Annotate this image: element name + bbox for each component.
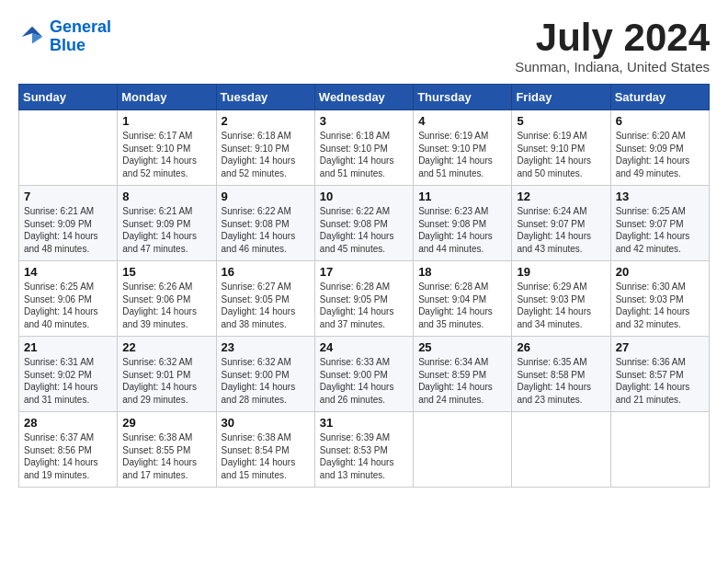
location-text: Sunman, Indiana, United States <box>515 59 710 75</box>
calendar-cell: 30 Sunrise: 6:38 AM Sunset: 8:54 PM Dayl… <box>216 412 314 488</box>
sunrise-text: Sunrise: 6:22 AM <box>320 206 390 216</box>
calendar-cell: 19 Sunrise: 6:29 AM Sunset: 9:03 PM Dayl… <box>512 261 610 337</box>
day-info: Sunrise: 6:28 AM Sunset: 9:04 PM Dayligh… <box>418 281 506 330</box>
daylight-text: Daylight: 14 hours and 52 minutes. <box>222 155 296 178</box>
sunrise-text: Sunrise: 6:38 AM <box>222 432 291 442</box>
calendar-cell: 1 Sunrise: 6:17 AM Sunset: 9:10 PM Dayli… <box>118 110 216 186</box>
day-info: Sunrise: 6:28 AM Sunset: 9:05 PM Dayligh… <box>320 281 408 330</box>
daylight-text: Daylight: 14 hours and 15 minutes. <box>222 457 296 480</box>
sunrise-text: Sunrise: 6:21 AM <box>24 206 94 216</box>
day-number: 23 <box>222 340 310 354</box>
sunset-text: Sunset: 9:09 PM <box>24 219 92 229</box>
sunrise-text: Sunrise: 6:18 AM <box>320 131 390 141</box>
daylight-text: Daylight: 14 hours and 50 minutes. <box>517 155 591 178</box>
calendar-cell: 3 Sunrise: 6:18 AM Sunset: 9:10 PM Dayli… <box>314 110 413 186</box>
day-number: 4 <box>418 114 506 128</box>
calendar-cell: 22 Sunrise: 6:32 AM Sunset: 9:01 PM Dayl… <box>118 337 216 412</box>
day-info: Sunrise: 6:19 AM Sunset: 9:10 PM Dayligh… <box>517 130 605 179</box>
sunrise-text: Sunrise: 6:26 AM <box>122 282 192 292</box>
day-number: 6 <box>616 114 704 128</box>
sunset-text: Sunset: 9:07 PM <box>616 219 684 229</box>
sunrise-text: Sunrise: 6:30 AM <box>616 282 686 292</box>
sunset-text: Sunset: 9:10 PM <box>320 144 388 154</box>
sunset-text: Sunset: 9:03 PM <box>517 294 585 304</box>
day-info: Sunrise: 6:23 AM Sunset: 9:08 PM Dayligh… <box>418 205 506 255</box>
daylight-text: Daylight: 14 hours and 51 minutes. <box>418 155 493 178</box>
day-number: 10 <box>320 190 408 203</box>
daylight-text: Daylight: 14 hours and 51 minutes. <box>320 155 394 178</box>
sunset-text: Sunset: 9:10 PM <box>222 144 290 154</box>
calendar-cell <box>512 412 610 488</box>
sunset-text: Sunset: 9:08 PM <box>320 219 388 229</box>
sunset-text: Sunset: 9:06 PM <box>122 294 190 304</box>
daylight-text: Daylight: 14 hours and 43 minutes. <box>517 231 591 254</box>
sunrise-text: Sunrise: 6:28 AM <box>320 282 390 292</box>
calendar-cell: 31 Sunrise: 6:39 AM Sunset: 8:53 PM Dayl… <box>314 412 413 488</box>
calendar-cell: 18 Sunrise: 6:28 AM Sunset: 9:04 PM Dayl… <box>414 261 512 337</box>
day-info: Sunrise: 6:34 AM Sunset: 8:59 PM Dayligh… <box>418 356 506 406</box>
calendar-week-row: 7 Sunrise: 6:21 AM Sunset: 9:09 PM Dayli… <box>19 186 710 261</box>
sunset-text: Sunset: 8:53 PM <box>320 445 388 455</box>
day-info: Sunrise: 6:24 AM Sunset: 9:07 PM Dayligh… <box>517 205 605 255</box>
sunset-text: Sunset: 9:09 PM <box>616 144 684 154</box>
daylight-text: Daylight: 14 hours and 24 minutes. <box>418 382 493 405</box>
day-number: 30 <box>222 416 310 430</box>
day-info: Sunrise: 6:19 AM Sunset: 9:10 PM Dayligh… <box>418 130 506 179</box>
sunset-text: Sunset: 9:05 PM <box>320 294 388 304</box>
day-number: 11 <box>418 190 506 203</box>
sunrise-text: Sunrise: 6:21 AM <box>122 206 192 216</box>
month-title: July 2024 <box>515 18 710 57</box>
daylight-text: Daylight: 14 hours and 42 minutes. <box>616 231 690 254</box>
day-info: Sunrise: 6:35 AM Sunset: 8:58 PM Dayligh… <box>517 356 605 406</box>
sunset-text: Sunset: 8:55 PM <box>122 445 190 455</box>
day-info: Sunrise: 6:33 AM Sunset: 9:00 PM Dayligh… <box>320 356 408 406</box>
day-number: 16 <box>222 265 310 279</box>
calendar-cell <box>414 412 512 488</box>
calendar-cell: 29 Sunrise: 6:38 AM Sunset: 8:55 PM Dayl… <box>118 412 216 488</box>
day-info: Sunrise: 6:32 AM Sunset: 9:00 PM Dayligh… <box>222 356 310 406</box>
calendar-cell: 5 Sunrise: 6:19 AM Sunset: 9:10 PM Dayli… <box>512 110 610 186</box>
daylight-text: Daylight: 14 hours and 46 minutes. <box>222 231 296 254</box>
calendar-cell: 2 Sunrise: 6:18 AM Sunset: 9:10 PM Dayli… <box>216 110 314 186</box>
calendar-cell: 12 Sunrise: 6:24 AM Sunset: 9:07 PM Dayl… <box>512 186 610 261</box>
day-number: 20 <box>616 265 704 279</box>
day-info: Sunrise: 6:21 AM Sunset: 9:09 PM Dayligh… <box>24 205 112 255</box>
weekday-header-sunday: Sunday <box>19 85 118 110</box>
sunrise-text: Sunrise: 6:19 AM <box>517 131 586 141</box>
day-number: 28 <box>24 416 112 430</box>
day-number: 12 <box>517 190 605 203</box>
day-info: Sunrise: 6:39 AM Sunset: 8:53 PM Dayligh… <box>320 431 408 481</box>
calendar-cell: 13 Sunrise: 6:25 AM Sunset: 9:07 PM Dayl… <box>610 186 709 261</box>
daylight-text: Daylight: 14 hours and 47 minutes. <box>122 231 197 254</box>
day-info: Sunrise: 6:20 AM Sunset: 9:09 PM Dayligh… <box>616 130 704 179</box>
daylight-text: Daylight: 14 hours and 21 minutes. <box>616 382 690 405</box>
day-info: Sunrise: 6:27 AM Sunset: 9:05 PM Dayligh… <box>222 281 310 330</box>
daylight-text: Daylight: 14 hours and 31 minutes. <box>24 382 98 405</box>
day-number: 7 <box>24 190 112 203</box>
weekday-header-saturday: Saturday <box>610 85 709 110</box>
logo-text: General Blue <box>50 18 111 55</box>
calendar-cell: 25 Sunrise: 6:34 AM Sunset: 8:59 PM Dayl… <box>414 337 512 412</box>
day-info: Sunrise: 6:26 AM Sunset: 9:06 PM Dayligh… <box>122 281 210 330</box>
day-info: Sunrise: 6:22 AM Sunset: 9:08 PM Dayligh… <box>320 205 408 255</box>
weekday-header-thursday: Thursday <box>414 85 512 110</box>
day-number: 26 <box>517 340 605 354</box>
weekday-header-wednesday: Wednesday <box>314 85 413 110</box>
sunrise-text: Sunrise: 6:31 AM <box>24 357 94 367</box>
sunset-text: Sunset: 9:00 PM <box>222 370 290 380</box>
calendar-cell: 24 Sunrise: 6:33 AM Sunset: 9:00 PM Dayl… <box>314 337 413 412</box>
day-number: 1 <box>122 114 210 128</box>
day-number: 22 <box>122 340 210 354</box>
calendar-cell: 7 Sunrise: 6:21 AM Sunset: 9:09 PM Dayli… <box>19 186 118 261</box>
daylight-text: Daylight: 14 hours and 38 minutes. <box>222 306 296 329</box>
day-number: 31 <box>320 416 408 430</box>
day-number: 14 <box>24 265 112 279</box>
day-number: 18 <box>418 265 506 279</box>
daylight-text: Daylight: 14 hours and 49 minutes. <box>616 155 690 178</box>
sunset-text: Sunset: 9:02 PM <box>24 370 92 380</box>
sunrise-text: Sunrise: 6:35 AM <box>517 357 586 367</box>
calendar-cell: 6 Sunrise: 6:20 AM Sunset: 9:09 PM Dayli… <box>610 110 709 186</box>
calendar-cell: 27 Sunrise: 6:36 AM Sunset: 8:57 PM Dayl… <box>610 337 709 412</box>
calendar-week-row: 14 Sunrise: 6:25 AM Sunset: 9:06 PM Dayl… <box>19 261 710 337</box>
day-info: Sunrise: 6:36 AM Sunset: 8:57 PM Dayligh… <box>616 356 704 406</box>
